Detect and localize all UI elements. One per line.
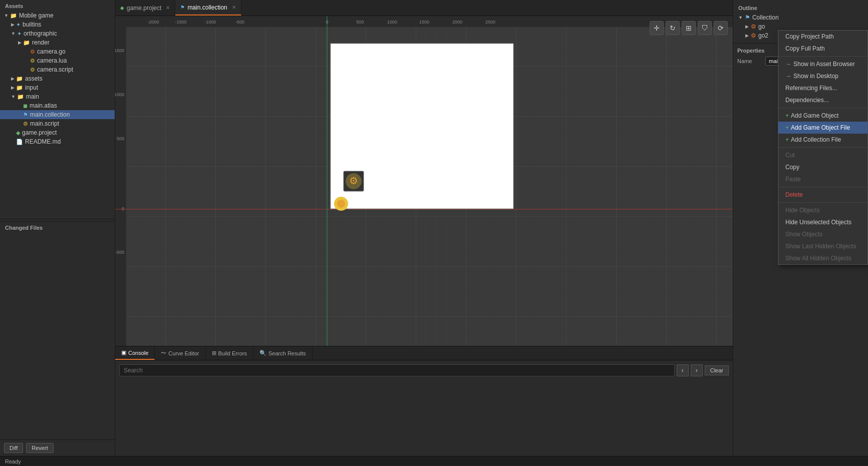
tree-item-main-collection[interactable]: ▶ ⚑ main.collection — [0, 110, 115, 119]
arrow-icon: → — [785, 73, 791, 80]
ctx-delete[interactable]: Delete — [778, 189, 867, 201]
svg-text:1000: 1000 — [115, 92, 124, 97]
script-file-icon: ⚙ — [30, 67, 35, 73]
tree-item-main-atlas[interactable]: ▶ ◼ main.atlas — [0, 101, 115, 110]
svg-text:-1500: -1500 — [175, 20, 186, 25]
go2-label: go2 — [758, 32, 768, 39]
search-next-button[interactable]: › — [691, 364, 703, 376]
collection-icon: ⚑ — [745, 14, 750, 21]
tree-item-main[interactable]: ▼ 📁 main — [0, 92, 115, 101]
move-tool-button[interactable]: ✛ — [650, 21, 664, 35]
collection-arrow: ▼ — [738, 15, 743, 20]
ctx-divider-1 — [778, 56, 867, 57]
tabs-bar: ◆ game.project ✕ ⚑ main.collection ✕ — [115, 0, 733, 16]
tree-item-render[interactable]: ▶ 📁 render — [0, 38, 115, 47]
main-collection-tab-icon: ⚑ — [180, 5, 185, 10]
svg-text:1500: 1500 — [115, 48, 124, 53]
ctx-copy-project-path[interactable]: Copy Project Path — [778, 31, 867, 43]
go2-icon: ⚙ — [751, 32, 756, 39]
tab-label: main.collection — [187, 4, 227, 11]
console-tab-icon: ▣ — [121, 349, 126, 356]
name-label: Name — [737, 58, 762, 64]
ctx-divider-4 — [778, 187, 867, 187]
revert-button[interactable]: Revert — [26, 443, 53, 453]
canvas-toolbar: ✛ ↻ ⊞ ⛉ ⟳ — [650, 21, 728, 35]
tree-label: camera.script — [37, 66, 73, 73]
right-sidebar: Outline ▼ ⚑ Collection ▶ ⚙ go ▶ ⚙ go2 Co… — [733, 0, 868, 456]
ctx-copy[interactable]: Copy — [778, 161, 867, 173]
bottom-panel: ▣ Console 〜 Curve Editor ⊞ Build Errors … — [115, 346, 733, 456]
refresh-tool-button[interactable]: ⟳ — [714, 21, 728, 35]
ctx-referencing-files[interactable]: Referencing Files... — [778, 82, 867, 94]
svg-text:-500: -500 — [115, 250, 124, 255]
ctx-show-in-desktop[interactable]: →Show in Desktop — [778, 70, 867, 82]
assets-folder-icon: 📁 — [16, 76, 23, 82]
tab-console[interactable]: ▣ Console — [115, 346, 155, 360]
ctx-hide-unselected-objects[interactable]: Hide Unselected Objects — [778, 216, 867, 228]
main-folder-icon: 📁 — [17, 94, 24, 100]
tree-item-camera-script[interactable]: ▶ ⚙ camera.script — [0, 65, 115, 74]
arrow-builtins: ▶ — [11, 22, 15, 27]
tree-label: render — [32, 39, 50, 46]
tree-label: orthographic — [24, 30, 57, 37]
curve-editor-tab-icon: 〜 — [161, 349, 166, 357]
outline-item-collection[interactable]: ▼ ⚑ Collection — [733, 13, 868, 22]
tab-search-results[interactable]: 🔍 Search Results — [253, 346, 313, 360]
tab-close-button[interactable]: ✕ — [232, 5, 236, 10]
diff-button[interactable]: Diff — [4, 443, 23, 453]
rotate-tool-button[interactable]: ↻ — [666, 21, 680, 35]
canvas-wrapper[interactable]: ✛ ↻ ⊞ ⛉ ⟳ — [115, 16, 733, 346]
tree-label: main.collection — [30, 111, 70, 118]
ctx-show-all-hidden-objects: Show All Hidden Objects — [778, 252, 867, 264]
tree-label: Mobile game — [19, 12, 54, 19]
tab-close-button[interactable]: ✕ — [166, 5, 170, 11]
scale-tool-button[interactable]: ⊞ — [682, 21, 696, 35]
anchor-tool-button[interactable]: ⛉ — [698, 21, 712, 35]
search-bar: ‹ › Clear — [119, 364, 729, 376]
ctx-show-last-hidden-objects: Show Last Hidden Objects — [778, 240, 867, 252]
ctx-copy-full-path[interactable]: Copy Full Path — [778, 43, 867, 55]
ctx-add-game-object[interactable]: +Add Game Object — [778, 110, 867, 122]
folder-icon: 📁 — [10, 13, 17, 19]
tree-item-assets[interactable]: ▶ 📁 assets — [0, 74, 115, 83]
tree-item-builtins[interactable]: ▶ ✦ builtins — [0, 20, 115, 29]
tree-item-game-project[interactable]: ▶ ◆ game.project — [0, 128, 115, 137]
collection-file-icon: ⚑ — [23, 112, 28, 118]
tree-item-main-script[interactable]: ▶ ⚙ main.script — [0, 119, 115, 128]
tab-curve-editor[interactable]: 〜 Curve Editor — [155, 346, 205, 360]
tree-label: assets — [25, 75, 43, 82]
tab-main-collection[interactable]: ⚑ main.collection ✕ — [175, 0, 241, 16]
svg-point-12 — [337, 200, 345, 208]
tree-item-input[interactable]: ▶ 📁 input — [0, 83, 115, 92]
tree-label: builtins — [23, 21, 41, 28]
tree-item-camera-lua[interactable]: ▶ ⚙ camera.lua — [0, 56, 115, 65]
ctx-dependencies[interactable]: Dependencies... — [778, 94, 867, 106]
clear-button[interactable]: Clear — [705, 365, 729, 375]
main-script-icon: ⚙ — [23, 121, 28, 127]
tree-item-readme[interactable]: ▶ 📄 README.md — [0, 137, 115, 146]
tab-build-errors[interactable]: ⊞ Build Errors — [206, 346, 253, 360]
status-bar: Ready — [0, 456, 868, 466]
readme-file-icon: 📄 — [16, 139, 23, 145]
tree-label: main.atlas — [30, 102, 57, 109]
ctx-add-game-object-file[interactable]: +Add Game Object File — [778, 122, 867, 134]
tree-item-camera-go[interactable]: ▶ ⚙ camera.go — [0, 47, 115, 56]
tab-game-project[interactable]: ◆ game.project ✕ — [115, 0, 175, 16]
search-prev-button[interactable]: ‹ — [677, 364, 689, 376]
sidebar-divider — [0, 219, 115, 219]
plus-icon: + — [785, 112, 789, 119]
build-errors-tab-label: Build Errors — [218, 350, 247, 356]
ctx-divider-3 — [778, 147, 867, 148]
ctx-show-in-asset-browser[interactable]: →Show in Asset Browser — [778, 58, 867, 70]
svg-text:0: 0 — [122, 206, 124, 211]
ctx-add-collection-file[interactable]: +Add Collection File — [778, 134, 867, 146]
tree-item-mobile-game[interactable]: ▼ 📁 Mobile game — [0, 11, 115, 20]
tree-label: README.md — [25, 138, 61, 145]
plus-icon: + — [785, 124, 789, 131]
ctx-divider-2 — [778, 108, 867, 108]
tree-item-orthographic[interactable]: ▼ ✦ orthographic — [0, 29, 115, 38]
ctx-divider-5 — [778, 202, 867, 203]
builtins-icon: ✦ — [16, 22, 21, 28]
search-input[interactable] — [119, 364, 675, 376]
tree-label: game.project — [22, 129, 57, 136]
